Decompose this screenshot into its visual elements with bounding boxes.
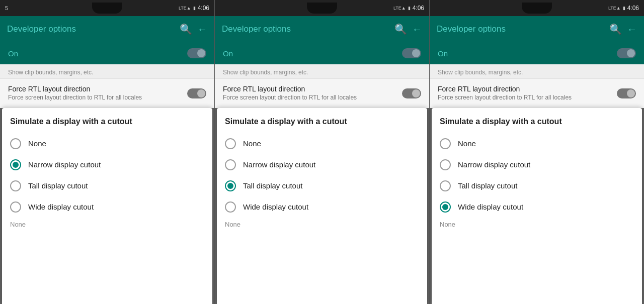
settings-item-rtl[interactable]: Force RTL layout direction Force screen … [430, 78, 644, 108]
radio-circle-1 [10, 159, 21, 170]
settings-item-title: Force RTL layout direction [8, 85, 142, 93]
radio-option-3[interactable]: Wide display cutout [440, 196, 634, 218]
back-icon[interactable]: ← [627, 24, 637, 35]
settings-item-subtitle: Force screen layout direction to RTL for… [438, 94, 572, 102]
clip-bounds-text: Show clip bounds, margins, etc. [438, 69, 523, 76]
toggle-thumb [412, 49, 420, 57]
battery-icon: ▮ [408, 6, 411, 11]
rtl-toggle[interactable] [402, 88, 421, 98]
radio-circle-1 [225, 159, 236, 170]
notch-container [307, 3, 337, 14]
radio-label-2: Tall display cutout [243, 181, 302, 190]
radio-option-0[interactable]: None [225, 133, 419, 154]
radio-circle-0 [10, 138, 21, 149]
settings-item-content: Force RTL layout direction Force screen … [438, 85, 572, 102]
radio-label-3: Wide display cutout [458, 202, 523, 211]
radio-option-2[interactable]: Tall display cutout [225, 175, 419, 196]
radio-label-3: Wide display cutout [243, 202, 308, 211]
on-toggle[interactable] [402, 48, 421, 58]
cutout-dialog: Simulate a display with a cutout None Na… [2, 108, 212, 304]
signal-icon: LTE▲ [393, 6, 406, 11]
radio-option-1[interactable]: Narrow display cutout [225, 154, 419, 175]
radio-label-1: Narrow display cutout [28, 160, 101, 169]
radio-circle-3 [225, 201, 236, 213]
settings-item-subtitle: Force screen layout direction to RTL for… [8, 94, 142, 102]
dialog-footer: None [225, 218, 419, 229]
toggle-thumb [627, 49, 635, 57]
back-icon[interactable]: ← [412, 24, 422, 35]
radio-inner [227, 183, 233, 189]
clip-bounds-text: Show clip bounds, margins, etc. [223, 69, 308, 76]
cutout-dialog: Simulate a display with a cutout None Na… [217, 108, 427, 304]
status-right: LTE▲ ▮ 4:06 [393, 5, 424, 12]
app-bar: Developer options 🔍 ← [0, 16, 214, 42]
toggle-thumb [197, 49, 205, 57]
search-icon[interactable]: 🔍 [180, 23, 192, 35]
search-icon[interactable]: 🔍 [609, 23, 622, 35]
settings-item-subtitle: Force screen layout direction to RTL for… [223, 94, 357, 102]
app-bar: Developer options 🔍 ← [430, 16, 644, 42]
app-bar-title: Developer options [437, 24, 604, 34]
on-label: On [223, 49, 233, 58]
settings-item-rtl[interactable]: Force RTL layout direction Force screen … [215, 78, 429, 108]
settings-section: Show clip bounds, margins, etc. [430, 64, 644, 78]
radio-label-0: None [28, 139, 46, 148]
status-bar: LTE▲ ▮ 4:06 [215, 0, 429, 16]
status-right: LTE▲ ▮ 4:06 [608, 5, 639, 12]
radio-label-2: Tall display cutout [458, 181, 517, 190]
radio-circle-0 [440, 138, 451, 149]
status-bar: LTE▲ ▮ 4:06 [430, 0, 644, 16]
battery-icon: ▮ [193, 6, 196, 11]
battery-icon: ▮ [623, 6, 625, 11]
radio-option-1[interactable]: Narrow display cutout [10, 154, 204, 175]
settings-item-title: Force RTL layout direction [223, 85, 357, 93]
radio-label-3: Wide display cutout [28, 202, 94, 211]
status-time: 4:06 [198, 5, 209, 12]
on-label: On [8, 49, 18, 58]
on-toggle[interactable] [617, 48, 636, 58]
status-bar: 5 LTE▲ ▮ 4:06 [0, 0, 214, 16]
rtl-toggle[interactable] [187, 88, 206, 98]
settings-item-title: Force RTL layout direction [438, 85, 572, 93]
radio-option-0[interactable]: None [10, 133, 204, 154]
search-icon[interactable]: 🔍 [394, 23, 407, 35]
dialog-footer: None [10, 218, 204, 229]
phone-panel-3: LTE▲ ▮ 4:06 Developer options 🔍 ← On Sho… [430, 0, 644, 304]
settings-item-rtl[interactable]: Force RTL layout direction Force screen … [0, 78, 214, 108]
radio-option-0[interactable]: None [440, 133, 634, 154]
clip-bounds-text: Show clip bounds, margins, etc. [8, 69, 93, 76]
rtl-toggle-thumb [197, 89, 205, 97]
on-bar: On [0, 42, 214, 64]
rtl-toggle-thumb [627, 89, 635, 97]
notch-container [92, 3, 122, 14]
radio-circle-2 [225, 180, 236, 191]
back-icon[interactable]: ← [197, 24, 207, 35]
on-bar: On [215, 42, 429, 64]
app-bar: Developer options 🔍 ← [215, 16, 429, 42]
rtl-toggle[interactable] [617, 88, 636, 98]
radio-label-0: None [458, 139, 476, 148]
radio-label-0: None [243, 139, 261, 148]
dialog-footer: None [440, 218, 634, 229]
notch [522, 3, 552, 14]
radio-option-3[interactable]: Wide display cutout [10, 196, 204, 218]
radio-circle-1 [440, 159, 451, 170]
radio-option-1[interactable]: Narrow display cutout [440, 154, 634, 175]
dialog-title: Simulate a display with a cutout [225, 117, 419, 126]
rtl-toggle-thumb [412, 89, 420, 97]
radio-option-2[interactable]: Tall display cutout [440, 175, 634, 196]
radio-option-2[interactable]: Tall display cutout [10, 175, 204, 196]
signal-icon: LTE▲ [179, 6, 191, 11]
on-toggle[interactable] [187, 48, 206, 58]
notch [92, 3, 122, 14]
on-bar: On [430, 42, 644, 64]
phone-panel-2: LTE▲ ▮ 4:06 Developer options 🔍 ← On Sho… [215, 0, 430, 304]
signal-icon: LTE▲ [608, 6, 621, 11]
status-time: 4:06 [627, 5, 639, 12]
radio-label-1: Narrow display cutout [458, 160, 530, 169]
on-label: On [438, 49, 448, 58]
radio-circle-2 [440, 180, 451, 191]
cutout-dialog: Simulate a display with a cutout None Na… [432, 108, 642, 304]
radio-option-3[interactable]: Wide display cutout [225, 196, 419, 218]
status-right: LTE▲ ▮ 4:06 [179, 5, 209, 12]
